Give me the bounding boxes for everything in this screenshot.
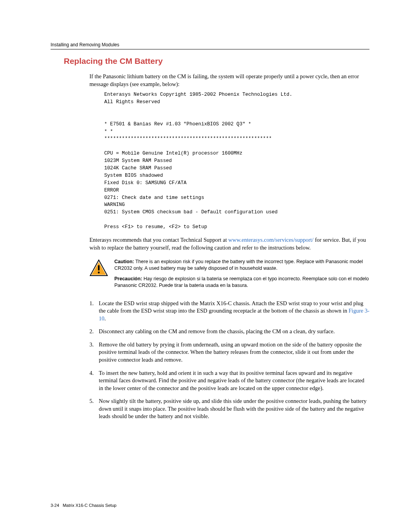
error-message-block: Enterasys Networks Copyright 1985-2002 P… — [104, 91, 369, 231]
intro-paragraph: If the Panasonic lithium battery on the … — [89, 73, 369, 88]
step-4: 4. To insert the new battery, hold and o… — [89, 369, 369, 392]
section-heading: Replacing the CM Battery — [64, 56, 369, 66]
step-5: 5. Now slightly tilt the battery, positi… — [89, 397, 369, 420]
step-number: 1. — [89, 300, 94, 308]
step-number: 2. — [89, 328, 94, 336]
step-text: Disconnect any cabling on the CM and rem… — [99, 328, 335, 334]
step-text: Now slightly tilt the battery, positive … — [99, 398, 367, 419]
step-text-end: . — [105, 315, 106, 322]
step-number: 4. — [89, 369, 94, 377]
step-2: 2. Disconnect any cabling on the CM and … — [89, 328, 369, 336]
caution-text-es: Hay riesgo de explosion si la bateria se… — [114, 276, 369, 288]
step-text: Locate the ESD wrist strap shipped with … — [99, 300, 363, 314]
instruction-list: 1. Locate the ESD wrist strap shipped wi… — [89, 300, 369, 420]
caution-text-en: There is an explosion risk if you replac… — [114, 259, 363, 271]
step-3: 3. Remove the old battery by prying it f… — [89, 341, 369, 364]
caution-box: Caution: There is an explosion risk if y… — [89, 258, 369, 293]
step-text: To insert the new battery, hold and orie… — [99, 370, 364, 391]
recommendation-paragraph: Enterasys recommends that you contact Te… — [89, 236, 369, 251]
support-link[interactable]: www.enterasys.com/services/support/ — [228, 237, 313, 243]
precaucion-label: Precaución: — [114, 276, 142, 281]
svg-point-3 — [98, 272, 100, 274]
header-rule — [51, 49, 369, 49]
page-footer: 3-24 Matrix X16-C Chassis Setup — [51, 503, 116, 508]
caution-label: Caution: — [114, 259, 134, 264]
running-header: Installing and Removing Modules — [51, 42, 369, 47]
step-number: 3. — [89, 341, 94, 349]
step-text: Remove the old battery by prying it from… — [99, 341, 362, 363]
caution-spanish: Precaución: Hay riesgo de explosion si l… — [114, 276, 369, 289]
step-1: 1. Locate the ESD wrist strap shipped wi… — [89, 300, 369, 323]
page-number: 3-24 — [51, 503, 59, 508]
warning-triangle-icon — [89, 259, 108, 279]
rec-text-pre: Enterasys recommends that you contact Te… — [89, 237, 228, 243]
caution-english: Caution: There is an explosion risk if y… — [114, 258, 369, 272]
footer-title: Matrix X16-C Chassis Setup — [63, 503, 116, 508]
svg-rect-2 — [98, 265, 100, 271]
step-number: 5. — [89, 397, 94, 405]
